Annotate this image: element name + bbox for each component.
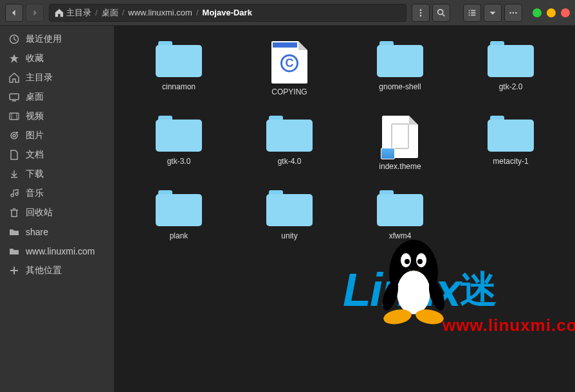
- svg-rect-5: [469, 10, 470, 11]
- star-icon: [9, 53, 19, 64]
- sidebar-item-share[interactable]: share: [0, 222, 114, 242]
- svg-rect-9: [469, 14, 470, 15]
- sidebar-item-documents[interactable]: 文档: [0, 145, 114, 165]
- folder-icon: [266, 116, 313, 153]
- window-controls: [533, 8, 570, 17]
- breadcrumb-separator: /: [196, 8, 199, 17]
- folder-item[interactable]: plank: [126, 190, 232, 240]
- sidebar-item-label: 主目录: [26, 72, 53, 84]
- folder-item[interactable]: gtk-4.0: [237, 116, 342, 171]
- svg-rect-22: [16, 132, 18, 133]
- folder-icon: [377, 190, 423, 227]
- file-grid: cinnamonCCOPYINGgnome-shellgtk-2.0gtk-3.…: [126, 41, 563, 240]
- sidebar-item-recent[interactable]: 最近使用: [0, 30, 114, 49]
- sidebar-item-starred[interactable]: 收藏: [0, 49, 114, 68]
- breadcrumb-item[interactable]: www.linuxmi.com: [128, 8, 192, 17]
- svg-point-20: [11, 132, 17, 139]
- file-item[interactable]: index.theme: [347, 116, 453, 171]
- forward-button[interactable]: [26, 4, 44, 22]
- file-label: gtk-3.0: [167, 157, 191, 166]
- chevron-right-icon: [31, 9, 39, 17]
- svg-line-4: [443, 13, 445, 16]
- svg-point-29: [382, 307, 412, 325]
- svg-rect-7: [469, 12, 470, 13]
- breadcrumb-separator: /: [122, 8, 125, 17]
- sidebar-item-linuxmi[interactable]: www.linuxmi.com: [0, 242, 114, 261]
- copying-file-icon: C: [271, 41, 307, 84]
- sidebar-item-label: 图片: [26, 130, 44, 141]
- home-icon: [55, 8, 64, 17]
- dots-horizontal-icon: [509, 8, 518, 17]
- chevron-left-icon: [10, 9, 18, 17]
- svg-point-28: [417, 259, 423, 264]
- file-label: COPYING: [271, 87, 307, 96]
- svg-point-27: [405, 259, 410, 264]
- folder-item[interactable]: unity: [237, 190, 342, 240]
- watermark-url: www.linuxmi.com: [443, 316, 575, 335]
- sidebar-item-music[interactable]: 音乐: [0, 184, 114, 203]
- sidebar-item-other[interactable]: 其他位置: [0, 261, 114, 280]
- main-area: 最近使用 收藏 主目录 桌面 视频 图片 文档 下载: [0, 26, 575, 392]
- sidebar-item-trash[interactable]: 回收站: [0, 203, 114, 222]
- sidebar-item-label: 回收站: [26, 207, 53, 218]
- sidebar-item-label: 其他位置: [26, 265, 62, 276]
- sidebar-item-home[interactable]: 主目录: [0, 68, 114, 87]
- close-button[interactable]: [561, 8, 570, 17]
- breadcrumb-item[interactable]: 主目录: [66, 7, 91, 19]
- file-label: gtk-4.0: [278, 157, 302, 166]
- svg-rect-17: [10, 113, 19, 120]
- file-label: cinnamon: [162, 82, 196, 91]
- file-label: unity: [281, 231, 297, 240]
- properties-button[interactable]: [412, 4, 430, 22]
- folder-item[interactable]: gtk-3.0: [126, 116, 232, 171]
- svg-rect-15: [10, 94, 19, 100]
- search-icon: [437, 8, 446, 17]
- menu-button[interactable]: [504, 4, 522, 22]
- back-button[interactable]: [5, 4, 23, 22]
- document-icon: [9, 150, 19, 160]
- folder-icon: [9, 227, 19, 237]
- svg-rect-10: [471, 14, 475, 15]
- svg-point-23: [389, 240, 438, 307]
- sidebar-item-desktop[interactable]: 桌面: [0, 87, 114, 107]
- minimize-button[interactable]: [533, 8, 542, 17]
- folder-icon: [156, 41, 202, 78]
- breadcrumb-item[interactable]: 桌面: [102, 7, 118, 19]
- svg-point-30: [414, 307, 444, 325]
- watermark-brand: Linux: [343, 263, 460, 316]
- folder-item[interactable]: metacity-1: [458, 116, 563, 171]
- sidebar-item-videos[interactable]: 视频: [0, 107, 114, 126]
- folder-item[interactable]: gtk-2.0: [458, 41, 563, 96]
- breadcrumb[interactable]: 主目录 / 桌面 / www.linuxmi.com / Mojave-Dark: [49, 4, 406, 22]
- folder-icon: [156, 190, 202, 227]
- view-list-button[interactable]: [463, 4, 481, 22]
- home-icon: [9, 73, 19, 83]
- svg-point-2: [420, 15, 422, 17]
- folder-icon: [488, 116, 534, 153]
- tux-penguin-icon: [375, 235, 452, 325]
- svg-point-12: [513, 12, 515, 13]
- search-button[interactable]: [432, 4, 450, 22]
- file-label: gtk-2.0: [499, 82, 523, 91]
- svg-point-11: [509, 12, 511, 13]
- sidebar-item-downloads[interactable]: 下载: [0, 165, 114, 184]
- watermark-logo: Linux迷: [343, 263, 497, 316]
- file-label: xfwm4: [389, 231, 412, 240]
- folder-item[interactable]: xfwm4: [347, 190, 453, 240]
- sidebar-item-label: 文档: [26, 149, 44, 161]
- view-dropdown-button[interactable]: [484, 4, 502, 22]
- sidebar-item-pictures[interactable]: 图片: [0, 126, 114, 145]
- folder-icon: [377, 41, 423, 78]
- folder-item[interactable]: gnome-shell: [347, 41, 453, 96]
- file-view[interactable]: cinnamonCCOPYINGgnome-shellgtk-2.0gtk-3.…: [114, 26, 575, 392]
- folder-item[interactable]: cinnamon: [126, 41, 232, 96]
- folder-icon: [9, 246, 19, 256]
- svg-point-31: [379, 279, 401, 312]
- file-label: metacity-1: [493, 157, 528, 166]
- sidebar-item-label: 收藏: [26, 53, 44, 64]
- file-item[interactable]: CCOPYING: [237, 41, 342, 96]
- plus-icon: [9, 265, 19, 276]
- sidebar-item-label: 下载: [26, 168, 44, 180]
- maximize-button[interactable]: [547, 8, 556, 17]
- breadcrumb-item-current[interactable]: Mojave-Dark: [203, 8, 252, 17]
